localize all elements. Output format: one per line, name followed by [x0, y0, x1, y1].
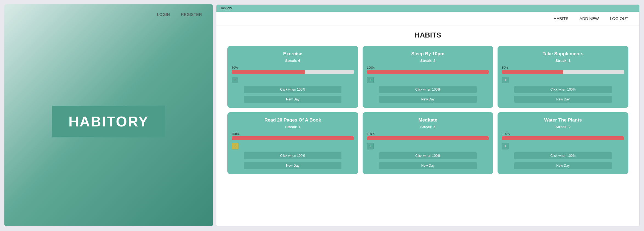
habit-card: Read 20 Pages Of A Book Streak: 1 100% +… [227, 112, 358, 174]
habit-card: Sleep By 10pm Streak: 2 100% + Click whe… [363, 46, 493, 108]
habits-nav-link[interactable]: HABITS [553, 16, 568, 21]
app-logo: HABITORY [69, 114, 149, 129]
habit-name: Meditate [419, 117, 437, 123]
progress-container: 100% [367, 132, 489, 140]
add-new-nav-link[interactable]: ADD NEW [580, 16, 599, 21]
progress-label: 100% [232, 132, 354, 135]
habit-streak: Streak: 2 [555, 125, 570, 129]
habit-card: Meditate Streak: 5 100% + Click when 100… [363, 112, 493, 174]
page-title: HABITS [227, 31, 628, 39]
habit-streak: Streak: 6 [285, 59, 300, 63]
titlebar: Habitory [216, 5, 639, 12]
habit-streak: Streak: 1 [555, 59, 570, 63]
increment-button[interactable]: + [232, 77, 238, 83]
progress-label: 50% [502, 66, 624, 69]
app-navbar: HABITS ADD NEW LOG OUT [216, 12, 639, 25]
progress-container: 100% [367, 66, 489, 74]
register-link[interactable]: REGISTER [181, 12, 202, 17]
progress-bar-bg [367, 70, 489, 74]
new-day-button[interactable]: New Day [379, 162, 477, 169]
habits-content: HABITS Exercise Streak: 6 60% + Click wh… [216, 25, 639, 226]
progress-container: 100% [502, 132, 624, 140]
progress-container: 60% [232, 66, 354, 74]
landing-nav: LOGIN REGISTER [157, 4, 213, 17]
increment-button[interactable]: + [367, 143, 374, 149]
increment-button[interactable]: + [367, 77, 374, 83]
click-when-100-button[interactable]: Click when 100% [244, 86, 341, 93]
habit-name: Take Supplements [543, 51, 583, 57]
habit-name: Water The Plants [544, 117, 582, 123]
click-when-100-button[interactable]: Click when 100% [379, 152, 477, 159]
logo-box: HABITORY [52, 106, 165, 137]
habit-streak: Streak: 1 [285, 125, 300, 129]
app-panel: Habitory HABITS ADD NEW LOG OUT HABITS E… [216, 4, 640, 226]
habit-streak: Streak: 2 [420, 59, 436, 63]
progress-bar-fill [502, 136, 624, 140]
progress-label: 60% [232, 66, 354, 69]
click-when-100-button[interactable]: Click when 100% [244, 152, 341, 159]
progress-bar-bg [502, 70, 624, 74]
habit-streak: Streak: 5 [420, 125, 436, 129]
new-day-button[interactable]: New Day [244, 162, 341, 169]
habit-card: Exercise Streak: 6 60% + Click when 100%… [227, 46, 358, 108]
progress-bar-fill [232, 70, 305, 74]
progress-bar-bg [232, 70, 354, 74]
click-when-100-button[interactable]: Click when 100% [514, 86, 612, 93]
increment-button[interactable]: + [502, 143, 509, 149]
progress-bar-bg [502, 136, 624, 140]
progress-label: 100% [367, 132, 489, 135]
habit-card: Water The Plants Streak: 2 100% + Click … [498, 112, 628, 174]
habit-name: Sleep By 10pm [411, 51, 445, 57]
new-day-button[interactable]: New Day [244, 96, 341, 103]
login-link[interactable]: LOGIN [157, 12, 170, 17]
logo-container: HABITORY [4, 17, 213, 226]
progress-container: 100% [232, 132, 354, 140]
habit-name: Exercise [283, 51, 302, 57]
progress-container: 50% [502, 66, 624, 74]
progress-bar-fill [502, 70, 563, 74]
increment-button[interactable]: + [502, 77, 509, 83]
log-out-nav-link[interactable]: LOG OUT [610, 16, 628, 21]
click-when-100-button[interactable]: Click when 100% [379, 86, 477, 93]
click-when-100-button[interactable]: Click when 100% [514, 152, 612, 159]
new-day-button[interactable]: New Day [379, 96, 477, 103]
progress-label: 100% [367, 66, 489, 69]
new-day-button[interactable]: New Day [514, 162, 612, 169]
progress-bar-fill [367, 70, 489, 74]
habit-name: Read 20 Pages Of A Book [264, 117, 321, 123]
progress-bar-fill [232, 136, 354, 140]
progress-label: 100% [502, 132, 624, 135]
new-day-button[interactable]: New Day [514, 96, 612, 103]
increment-button[interactable]: + [232, 143, 238, 149]
progress-bar-bg [367, 136, 489, 140]
progress-bar-bg [232, 136, 354, 140]
progress-bar-fill [367, 136, 489, 140]
habits-grid: Exercise Streak: 6 60% + Click when 100%… [227, 46, 628, 174]
habit-card: Take Supplements Streak: 1 50% + Click w… [498, 46, 628, 108]
landing-panel: LOGIN REGISTER HABITORY [4, 4, 213, 226]
